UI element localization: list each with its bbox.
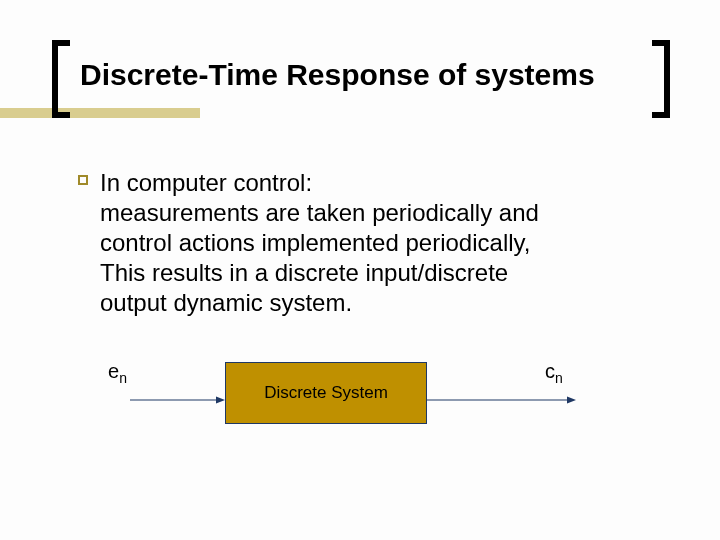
bullet-marker-icon — [78, 175, 88, 185]
slide-title: Discrete-Time Response of systems — [80, 58, 595, 92]
body-line-1: In computer control: — [100, 169, 312, 196]
body-text: In computer control: measurements are ta… — [100, 168, 620, 318]
arrow-out-icon — [426, 399, 576, 401]
input-subscript: n — [119, 370, 127, 386]
body-line-4: This results in a discrete input/discret… — [100, 259, 508, 286]
body-line-5: output dynamic system. — [100, 289, 352, 316]
output-symbol: c — [545, 360, 555, 382]
input-symbol: e — [108, 360, 119, 382]
diagram-input-label: en — [108, 360, 127, 386]
title-bracket-right — [652, 40, 670, 118]
svg-marker-1 — [216, 397, 225, 404]
diagram-output-label: cn — [545, 360, 563, 386]
body-line-2: measurements are taken periodically and — [100, 199, 539, 226]
accent-bar — [0, 108, 200, 118]
title-bracket-left — [52, 40, 70, 118]
system-block-label: Discrete System — [264, 383, 388, 403]
slide: Discrete-Time Response of systems In com… — [0, 0, 720, 540]
svg-marker-3 — [567, 397, 576, 404]
arrow-in-icon — [130, 399, 225, 401]
system-block: Discrete System — [225, 362, 427, 424]
output-subscript: n — [555, 370, 563, 386]
body-line-3: control actions implemented periodically… — [100, 229, 530, 256]
